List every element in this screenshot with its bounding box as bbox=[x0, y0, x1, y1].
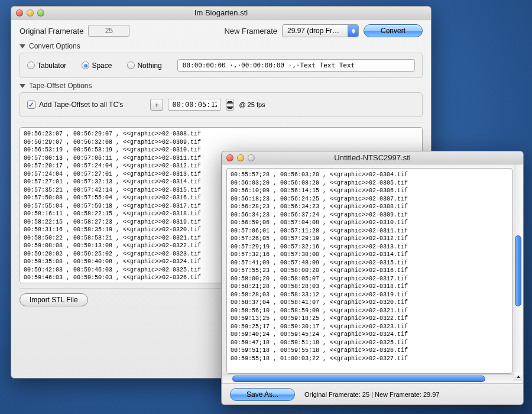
divider bbox=[20, 122, 423, 122]
zoom-icon[interactable] bbox=[37, 9, 44, 17]
output-list[interactable]: 00:55:57;28 , 00:56:03;20 , <<graphic>>0… bbox=[226, 168, 512, 374]
separator-sample: 00:00:00:00 ·,·00:00:00:00 ·,·Text Text … bbox=[177, 59, 415, 72]
scroll-thumb[interactable] bbox=[515, 235, 521, 306]
close-icon[interactable] bbox=[226, 154, 233, 161]
traffic-lights bbox=[222, 154, 255, 161]
convert-options-label: Convert Options bbox=[29, 42, 80, 50]
tape-offset-disclosure[interactable]: Tape-Offset Options bbox=[20, 82, 423, 90]
titlebar[interactable]: Im Biogarten.stl bbox=[11, 7, 431, 20]
scroll-up-icon[interactable] bbox=[514, 373, 522, 381]
offset-time-field[interactable] bbox=[168, 99, 221, 111]
scroll-thumb[interactable] bbox=[232, 376, 485, 382]
new-framerate-label: New Framerate bbox=[224, 27, 277, 35]
triangle-down-icon bbox=[20, 84, 25, 88]
minimize-icon[interactable] bbox=[237, 154, 244, 161]
vertical-scrollbar[interactable] bbox=[514, 164, 522, 389]
original-framerate-field bbox=[88, 25, 129, 37]
fps-suffix-label: @ 25 fps bbox=[239, 101, 265, 108]
window-title: Im Biogarten.stl bbox=[11, 8, 431, 17]
save-as-button[interactable]: Save As... bbox=[230, 388, 295, 401]
footer: Save As... Original Framerate: 25 | New … bbox=[222, 383, 523, 405]
triangle-down-icon bbox=[20, 44, 25, 48]
radio-nothing[interactable]: Nothing bbox=[127, 62, 161, 70]
checkbox-icon bbox=[27, 101, 35, 109]
radio-space[interactable]: Space bbox=[82, 62, 112, 70]
radio-tabulator[interactable]: Tabulator bbox=[27, 62, 66, 70]
add-tape-offset-checkbox[interactable]: Add Tape-Offset to all TC's bbox=[27, 101, 123, 109]
close-icon[interactable] bbox=[16, 9, 23, 17]
zoom-icon bbox=[248, 154, 255, 161]
horizontal-scrollbar[interactable] bbox=[223, 374, 514, 383]
new-framerate-value: 29.97 (drop Fr… bbox=[287, 27, 339, 35]
import-stl-button[interactable]: Import STL File bbox=[20, 293, 88, 306]
new-framerate-select[interactable]: 29.97 (drop Fr… bbox=[282, 24, 359, 37]
status-label: Original Framerate: 25 | New Framerate: … bbox=[304, 391, 439, 398]
minimize-icon[interactable] bbox=[27, 9, 34, 17]
convert-options-group: Tabulator Space Nothing 00:00:00:00 ·,·0… bbox=[20, 53, 423, 78]
stepper-down-icon[interactable] bbox=[226, 105, 233, 110]
offset-stepper[interactable] bbox=[226, 99, 234, 111]
convert-options-disclosure[interactable]: Convert Options bbox=[20, 42, 423, 50]
traffic-lights bbox=[11, 9, 44, 17]
tape-offset-label: Tape-Offset Options bbox=[29, 82, 92, 90]
output-window: Untitled-NTSC2997.stl 00:55:57;28 , 00:5… bbox=[221, 151, 524, 405]
titlebar[interactable]: Untitled-NTSC2997.stl bbox=[222, 151, 523, 164]
stepper-up-icon[interactable] bbox=[226, 99, 233, 105]
convert-button[interactable]: Convert bbox=[364, 24, 423, 37]
original-framerate-label: Original Framerate bbox=[20, 27, 83, 35]
offset-sign-button[interactable]: + bbox=[150, 99, 163, 111]
window-title: Untitled-NTSC2997.stl bbox=[222, 153, 523, 162]
tape-offset-group: Add Tape-Offset to all TC's + @ 25 fps bbox=[20, 92, 423, 117]
select-arrows-icon bbox=[348, 25, 358, 37]
